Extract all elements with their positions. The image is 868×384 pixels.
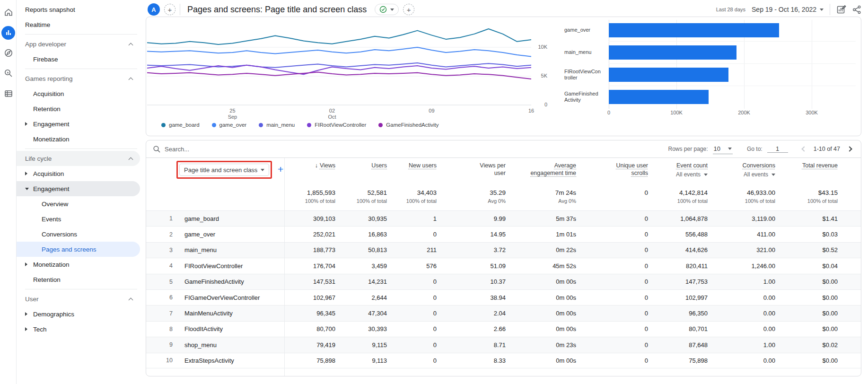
row-dimension-value[interactable]: MainMenuActivity [174,310,284,317]
bar-x-tick-label: 100K [666,110,687,115]
sidebar-item-engagement[interactable]: Engagement [17,181,140,196]
sidebar-item-firebase[interactable]: Firebase [17,52,140,67]
row-metric-value: $0.00 [775,325,838,332]
row-metric-value: 1,064,878 [648,215,708,222]
row-metric-value: 411.00 [708,231,775,238]
row-dimension-value[interactable]: FIRootViewController [174,262,284,270]
sidebar-item-monetization[interactable]: Monetization [17,257,140,272]
sidebar-item-label: Conversions [42,231,77,238]
add-comparison-button[interactable]: + [164,4,175,15]
report-table-card: Rows per page: 10 Go to: 1-10 of 47 Page… [146,140,861,376]
sidebar-item-engagement[interactable]: Engagement [17,116,140,131]
column-header-unique-user-scrolls[interactable]: Unique user scrolls [576,162,648,178]
row-index: 9 [146,341,174,348]
goto-page-input[interactable] [767,145,788,153]
column-filter-label: All events [744,171,768,178]
row-dimension-value[interactable]: FloodItActivity [174,325,284,332]
sidebar-item-retention[interactable]: Retention [17,272,140,287]
totals-subtitle: 100% of total [708,198,775,204]
column-filter-event-count[interactable]: All events [648,171,708,178]
row-metric-value: 0 [576,341,648,349]
column-header-row: ↓ViewsUsersNew usersViews per userAverag… [146,162,861,178]
sidebar-item-events[interactable]: Events [17,211,140,227]
sidebar-item-monetization[interactable]: Monetization [17,131,140,147]
sidebar-section-label: User [25,296,39,303]
column-filter-conversions[interactable]: All events [708,171,775,178]
sidebar-item-label: Reports snapshot [25,6,75,13]
row-dimension-value[interactable]: GameFinishedActivity [174,278,284,285]
sidebar-section-user[interactable]: User [17,291,140,306]
sidebar-item-realtime[interactable]: Realtime [17,17,140,32]
advertising-icon[interactable] [0,65,17,81]
row-metric-value: 0 [576,294,648,301]
sidebar-item-reports-snapshot[interactable]: Reports snapshot [17,2,140,17]
sidebar-item-pages-and-screens[interactable]: Pages and screens [17,242,140,257]
reports-icon[interactable] [0,25,17,41]
row-metric-value: 1.00 [708,341,775,349]
chevron-up-icon [129,157,133,162]
row-metric-value: 0m 00s [506,357,576,364]
row-dimension-value[interactable]: shop_menu [174,341,284,349]
column-header-new-users[interactable]: New users [387,162,437,178]
sidebar-item-conversions[interactable]: Conversions [17,227,140,242]
legend-label: main_menu [266,122,295,128]
library-icon[interactable] [0,86,17,102]
totals-cell-new-users: 34,403100% of total [387,189,437,204]
sidebar-item-overview[interactable]: Overview [17,196,140,211]
row-metric-value: 0m 00s [506,294,576,301]
column-header-views-per-user[interactable]: Views per user [437,162,506,178]
home-icon[interactable] [0,4,17,20]
sidebar-item-label: Retention [33,105,61,113]
column-header-total-revenue[interactable]: Total revenue [775,162,838,178]
add-report-button[interactable]: + [403,4,414,15]
avatar[interactable]: A [148,3,160,16]
date-preset-label: Last 28 days [716,7,745,12]
row-dimension-value[interactable]: main_menu [174,246,284,253]
sidebar-item-tech[interactable]: Tech [17,322,140,337]
sidebar-item-label: Acquisition [33,90,64,97]
column-header-conversions[interactable]: ConversionsAll events [708,162,775,178]
report-valid-badge[interactable] [375,4,399,15]
column-header-event-count[interactable]: Event countAll events [648,162,708,178]
legend-dot-icon [212,123,216,127]
row-metric-value: 30,393 [335,325,387,332]
row-metric-value: 30,935 [335,215,387,222]
topbar-right-cluster: Last 28 days Sep 19 - Oct 16, 2022 [716,0,861,19]
date-range-picker[interactable]: Sep 19 - Oct 16, 2022 [752,6,824,13]
column-header-views[interactable]: ↓Views [284,162,335,178]
row-dimension-value[interactable]: game_over [174,231,284,238]
row-dimension-value[interactable]: ExtraStepsActivity [174,357,284,364]
sidebar-section-life-cycle[interactable]: Life cycle [17,151,140,166]
totals-cell-users: 52,581100% of total [335,189,387,204]
row-index: 1 [146,215,174,222]
previous-page-icon[interactable] [801,146,807,151]
column-header-users[interactable]: Users [335,162,387,178]
row-metric-value: 0 [576,231,648,238]
column-header-average-engagement-time[interactable]: Average engagement time [506,162,576,178]
totals-cell-event-count: 4,142,814100% of total [648,189,708,204]
totals-subtitle: 100% of total [335,198,387,204]
row-dimension-value[interactable]: FIGameOverViewController [174,294,284,301]
row-metric-value: 14,231 [335,278,387,285]
row-metric-value: 176,704 [284,262,335,270]
bar-category-label: main_menu [564,49,601,55]
share-icon[interactable] [852,5,861,14]
totals-value: 35.29 [437,189,506,196]
legend-item-main-menu: main_menu [259,122,295,128]
sidebar-section-games-reporting[interactable]: Games reporting [17,71,140,86]
rows-per-page-select[interactable]: 10 [713,144,733,154]
sidebar-item-acquisition[interactable]: Acquisition [17,86,140,101]
row-metric-value: 0m 00s [506,278,576,285]
search-input[interactable] [165,146,288,153]
row-metric-value: 50,813 [335,246,387,253]
row-metric-value: $0.52 [775,246,838,253]
sidebar-section-app-developer[interactable]: App developer [17,36,140,52]
column-header-label: Event count [676,162,708,169]
customize-report-icon[interactable] [836,5,846,15]
sidebar-item-acquisition[interactable]: Acquisition [17,166,140,181]
sidebar-item-retention[interactable]: Retention [17,101,140,116]
next-page-icon[interactable] [847,146,852,151]
row-dimension-value[interactable]: game_board [174,215,284,222]
explore-icon[interactable] [0,45,17,61]
sidebar-item-demographics[interactable]: Demographics [17,306,140,322]
